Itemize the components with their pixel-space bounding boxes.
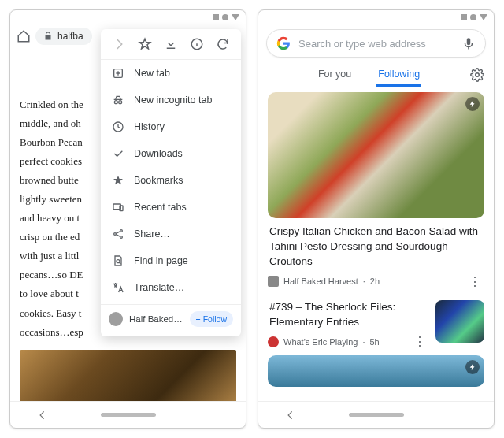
menu-label: Share… <box>134 228 170 239</box>
follow-site-name: Half Baked Harvest <box>129 314 183 324</box>
menu-label: Bookmarks <box>134 175 183 186</box>
svg-point-9 <box>120 236 123 239</box>
feed-tabs: For you Following <box>258 62 494 87</box>
menu-label: Recent tabs <box>134 202 187 213</box>
android-navbar <box>258 401 494 428</box>
search-bar[interactable]: Search or type web address <box>266 29 486 58</box>
tab-following[interactable]: Following <box>376 64 421 87</box>
find-in-page-icon <box>112 254 124 267</box>
site-favicon <box>109 312 123 326</box>
back-icon[interactable] <box>37 410 48 421</box>
status-icon <box>461 14 467 20</box>
dot: · <box>362 337 365 347</box>
android-navbar <box>10 401 246 428</box>
svg-point-7 <box>114 233 117 236</box>
feed-card[interactable]: #739 – The Sherlock Files: Elementary En… <box>268 300 484 350</box>
plus-box-icon <box>112 67 124 80</box>
search-placeholder: Search or type web address <box>298 38 454 50</box>
svg-point-2 <box>114 101 117 104</box>
menu-label: Downloads <box>134 148 183 159</box>
lock-icon <box>43 32 53 41</box>
menu-label: Translate… <box>134 282 184 293</box>
menu-new-tab[interactable]: New tab <box>101 60 241 87</box>
svg-point-11 <box>476 73 480 77</box>
menu-label: New tab <box>134 68 170 79</box>
forward-icon[interactable] <box>112 37 126 51</box>
feed-card-title: Crispy Italian Chicken and Bacon Salad w… <box>268 218 484 274</box>
tab-for-you[interactable]: For you <box>317 64 353 87</box>
mic-icon[interactable] <box>461 36 476 50</box>
reload-icon[interactable] <box>216 37 230 51</box>
menu-label: New incognito tab <box>134 95 212 106</box>
article-image <box>20 350 236 401</box>
status-icon <box>470 14 476 20</box>
download-icon[interactable] <box>164 37 178 51</box>
feed-card-meta: Half Baked Harvest · 2h ⋮ <box>268 274 484 289</box>
status-bar <box>258 10 494 24</box>
url-text: halfba <box>57 31 83 42</box>
home-handle[interactable] <box>349 413 404 417</box>
incognito-icon <box>112 94 124 106</box>
share-icon <box>112 228 124 240</box>
phone-right: Search or type web address For you Follo… <box>258 9 495 429</box>
translate-icon <box>112 281 124 294</box>
source-time: 2h <box>370 277 380 286</box>
feed-card[interactable]: Crispy Italian Chicken and Bacon Salad w… <box>268 92 484 289</box>
follow-button[interactable]: + Follow <box>190 311 233 327</box>
svg-point-8 <box>120 230 123 232</box>
menu-downloads[interactable]: Downloads <box>101 140 241 167</box>
menu-share[interactable]: Share… <box>101 221 241 247</box>
menu-label: Find in page <box>134 255 188 266</box>
amp-icon <box>465 97 480 111</box>
menu-recent-tabs[interactable]: Recent tabs <box>101 194 241 221</box>
svg-point-3 <box>119 101 122 104</box>
home-handle[interactable] <box>101 413 156 417</box>
devices-icon <box>112 201 124 213</box>
feed-card-image[interactable] <box>268 355 484 387</box>
url-bar[interactable]: halfba <box>35 28 92 45</box>
gear-icon[interactable] <box>470 68 484 82</box>
feed-card-title: #739 – The Sherlock Files: Elementary En… <box>268 300 429 335</box>
status-icon <box>232 14 239 20</box>
menu-translate[interactable]: Translate… <box>101 274 241 301</box>
feed-card-meta: What's Eric Playing · 5h ⋮ <box>268 334 429 349</box>
source-favicon <box>268 276 279 287</box>
feed: Crispy Italian Chicken and Bacon Salad w… <box>258 87 494 401</box>
source-name: Half Baked Harvest <box>284 277 358 286</box>
status-icon <box>213 14 219 20</box>
menu-icon-row <box>101 29 241 60</box>
check-icon <box>112 147 124 160</box>
dot: · <box>363 277 365 286</box>
menu-history[interactable]: History <box>101 113 241 140</box>
history-icon <box>112 121 124 133</box>
source-name: What's Eric Playing <box>284 337 358 347</box>
feed-card-thumb <box>435 300 484 343</box>
overflow-menu: New tab New incognito tab History Downlo… <box>101 29 241 336</box>
google-logo-icon <box>276 36 291 50</box>
menu-follow-row: Half Baked Harvest + Follow <box>101 304 241 333</box>
menu-bookmarks[interactable]: Bookmarks <box>101 167 241 194</box>
source-time: 5h <box>369 337 379 347</box>
status-icon <box>222 14 228 20</box>
menu-incognito[interactable]: New incognito tab <box>101 87 241 113</box>
info-icon[interactable] <box>190 37 204 51</box>
source-favicon <box>268 336 279 347</box>
back-icon[interactable] <box>285 410 296 421</box>
more-icon[interactable]: ⋮ <box>465 274 484 289</box>
home-icon[interactable] <box>17 29 31 43</box>
status-icon <box>480 14 487 20</box>
feed-card-image <box>268 92 484 218</box>
bookmark-star-icon[interactable] <box>138 37 152 51</box>
menu-label: History <box>134 121 165 132</box>
star-icon <box>112 174 124 187</box>
more-icon[interactable]: ⋮ <box>410 334 429 349</box>
menu-find[interactable]: Find in page <box>101 247 241 274</box>
amp-icon <box>465 360 480 374</box>
phone-left: halfba — HALF H A R Crinkled on the midd… <box>9 9 246 429</box>
status-bar <box>10 10 246 24</box>
